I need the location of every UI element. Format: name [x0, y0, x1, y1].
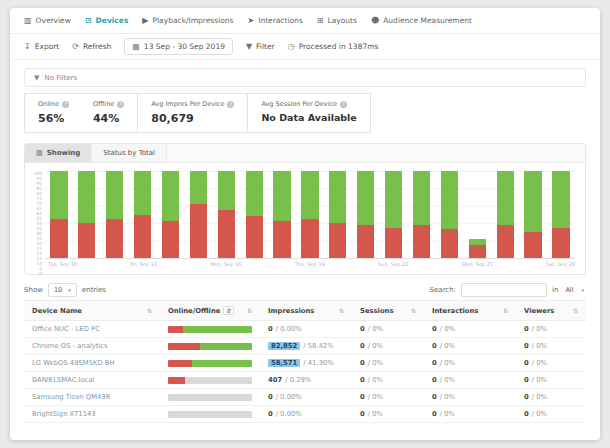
x-axis-label [157, 261, 184, 267]
online-segment [218, 171, 235, 210]
viewers-percent: / 0% [532, 393, 547, 401]
interactions-percent: / 0% [440, 325, 455, 333]
sort-icon[interactable]: ⇅ [411, 307, 416, 314]
offline-segment [106, 219, 123, 258]
impressions-cell: 407/ 0.29% [260, 372, 352, 388]
nav-tab-interactions[interactable]: ➤Interactions [247, 16, 302, 25]
impressions-value: 0 [268, 410, 273, 418]
impressions-value: 58,571 [268, 359, 300, 367]
gray-segment [168, 394, 252, 401]
search-scope-select[interactable]: All ▾ [563, 284, 586, 296]
red-segment [168, 377, 185, 384]
funnel-icon: ▼ [34, 74, 39, 82]
date-range-label: 13 Sep - 30 Sep 2019 [144, 42, 225, 51]
device-name-cell[interactable]: Office NUC - LED PC [24, 321, 160, 337]
sessions-value: 0 [360, 342, 365, 350]
nav-tab-playback-impressions[interactable]: ▶Playback/Impressions [142, 16, 233, 25]
chart-bar-slot [240, 171, 268, 258]
chart-bar [273, 171, 290, 258]
offline-segment [413, 225, 430, 258]
table-row: Samsung Tizen QM43R0/ 0.00%0/ 0%0/ 0%0/ … [24, 389, 586, 406]
device-name-cell[interactable]: Samsung Tizen QM43R [24, 389, 160, 405]
x-axis-label [242, 261, 269, 267]
filters-bar[interactable]: ▼ No Filters [24, 68, 586, 87]
nav-tab-label: Devices [96, 16, 129, 25]
chart-bar [246, 171, 263, 258]
offline-segment [357, 225, 374, 258]
devices-table: Device Name⇅Online/Offline⇵⇅Impressions⇅… [24, 300, 586, 423]
audience-icon: ☻ [371, 16, 379, 25]
online-segment [301, 171, 318, 219]
interactions-cell: 0/ 0% [424, 389, 516, 405]
column-header-online-offline[interactable]: Online/Offline⇵⇅ [160, 301, 260, 320]
filters-bar-label: No Filters [44, 74, 77, 82]
sort-icon[interactable]: ⇅ [573, 307, 578, 314]
stat-avg-impressions: Avg Impres Per Device ? 80,679 [151, 100, 234, 125]
date-range-picker[interactable]: ▦ 13 Sep - 30 Sep 2019 [124, 38, 233, 55]
column-header-viewers[interactable]: Viewers⇅ [516, 301, 586, 320]
status-bar [168, 343, 252, 350]
gray-segment [168, 411, 252, 418]
chart-bar [301, 171, 318, 258]
nav-tab-layouts[interactable]: ⊞Layouts [317, 16, 357, 25]
chart-bar-slot [129, 171, 157, 258]
offline-segment [218, 210, 235, 258]
offline-segment [301, 219, 318, 258]
nav-tab-overview[interactable]: ▥Overview [24, 16, 71, 25]
impressions-cell: 0/ 0.00% [260, 321, 352, 337]
chart-bar [134, 171, 151, 258]
page-size-select[interactable]: 10 ▾ [48, 283, 77, 297]
viewers-value: 0 [524, 393, 529, 401]
table-row: LG WebOS 49SM5KD BH58,571/ 41.30%0/ 0%0/… [24, 355, 586, 372]
chart-tab-status-by-total[interactable]: Status by Total [92, 144, 167, 162]
entries-label: entries [82, 286, 106, 294]
filter-label: Filter [256, 42, 275, 51]
x-axis-label [435, 261, 462, 267]
help-icon[interactable]: ? [227, 101, 234, 108]
viewers-cell: 0/ 0% [516, 355, 586, 371]
sort-icon[interactable]: ⇅ [339, 307, 344, 314]
help-icon[interactable]: ? [62, 101, 69, 108]
help-icon[interactable]: ? [340, 101, 347, 108]
device-name-cell[interactable]: DANIELSMAC.local [24, 372, 160, 388]
online-offline-cell [160, 355, 260, 371]
green-segment [183, 326, 252, 333]
table-body: Office NUC - LED PC0/ 0.00%0/ 0%0/ 0%0/ … [24, 321, 586, 423]
chart-bar [329, 171, 346, 258]
chart-bar-slot [157, 171, 185, 258]
nav-tab-devices[interactable]: ⊡Devices [85, 16, 128, 25]
interactions-percent: / 0% [440, 393, 455, 401]
column-header-sessions[interactable]: Sessions⇅ [352, 301, 424, 320]
refresh-button[interactable]: ⟳ Refresh [72, 42, 111, 51]
column-header-impressions[interactable]: Impressions⇅ [260, 301, 352, 320]
chart-tab-showing[interactable]: ▥Showing [25, 144, 92, 162]
column-header-interactions[interactable]: Interactions⇅ [424, 301, 516, 320]
column-header-label: Online/Offline [168, 307, 220, 315]
device-name-cell[interactable]: BrightSign XT1143 [24, 406, 160, 422]
viewers-percent: / 0% [532, 376, 547, 384]
column-header-device-name[interactable]: Device Name⇅ [24, 301, 160, 320]
offline-segment [497, 225, 514, 258]
online-value: 56% [38, 112, 69, 125]
x-axis-label [104, 261, 131, 267]
device-name-cell[interactable]: Chrome OS - analytics [24, 338, 160, 354]
filter-button[interactable]: ▼ Filter [246, 42, 275, 51]
y-axis-label: 0 [31, 271, 42, 276]
nav-tab-audience-measurement[interactable]: ☻Audience Measurement [371, 16, 472, 25]
chart-bar [552, 171, 569, 258]
sessions-percent: / 0% [368, 376, 383, 384]
sort-filter-icon[interactable]: ⇵ [223, 306, 234, 315]
help-icon[interactable]: ? [117, 101, 124, 108]
interactions-cell: 0/ 0% [424, 355, 516, 371]
sort-icon[interactable]: ⇅ [247, 307, 252, 314]
chart-bar-slot [352, 171, 380, 258]
export-button[interactable]: ↧ Export [24, 42, 59, 51]
sort-icon[interactable]: ⇅ [503, 307, 508, 314]
sessions-value: 0 [360, 376, 365, 384]
offline-segment [273, 221, 290, 258]
search-input[interactable] [461, 283, 547, 297]
chart-bar-slot [435, 171, 463, 258]
sessions-cell: 0/ 0% [352, 389, 424, 405]
device-name-cell[interactable]: LG WebOS 49SM5KD BH [24, 355, 160, 371]
sort-icon[interactable]: ⇅ [147, 307, 152, 314]
